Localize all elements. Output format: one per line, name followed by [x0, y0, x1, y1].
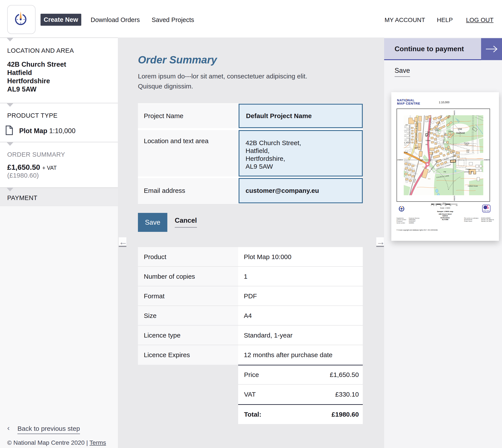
svg-text:76m: 76m [428, 178, 431, 179]
svg-text:Hatfield: Hatfield [456, 132, 465, 134]
svg-text:250: 250 [456, 205, 457, 206]
svg-text:Hatfield House: Hatfield House [468, 185, 478, 187]
svg-text:Palace: Palace [466, 168, 471, 170]
svg-text:Field: Field [465, 144, 468, 146]
svg-text:Metres: Metres [443, 203, 446, 204]
svg-text:FB: FB [425, 144, 427, 145]
svg-text:PW: PW [444, 171, 446, 173]
svg-text:150: 150 [445, 205, 446, 206]
svg-text:0: 0 [431, 205, 432, 206]
svg-text:Oak: Oak [466, 151, 469, 153]
svg-text:(remains of): (remains of) [464, 171, 472, 173]
svg-text:Subway: Subway [425, 140, 431, 142]
svg-text:100: 100 [440, 205, 442, 206]
svg-text:Meml: Meml [435, 130, 439, 131]
svg-text:Sch: Sch [406, 124, 408, 126]
svg-text:50: 50 [436, 205, 437, 206]
svg-text:War: War [436, 128, 439, 130]
svg-text:E ROAD: E ROAD [404, 142, 411, 143]
svg-text:74m: 74m [422, 166, 425, 168]
svg-text:ENDYMION ROAD: ENDYMION ROAD [409, 125, 410, 142]
svg-text:200: 200 [450, 205, 451, 206]
svg-text:25: 25 [433, 205, 435, 206]
svg-text:Viaduct: Viaduct [448, 130, 453, 132]
svg-text:Map data: Map data [483, 210, 489, 212]
svg-text:A NE: A NE [404, 151, 408, 153]
svg-text:Old: Old [458, 128, 462, 130]
